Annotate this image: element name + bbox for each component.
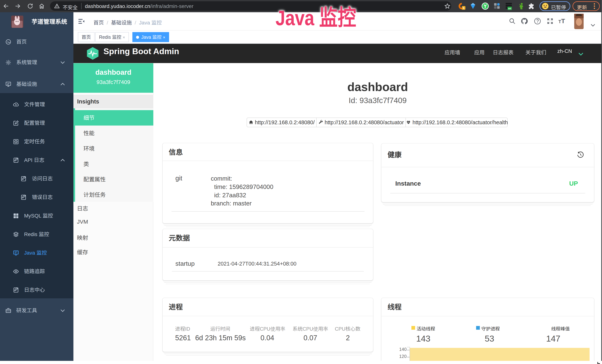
svg-text:1: 1 <box>463 7 464 10</box>
svg-text:on: on <box>508 7 511 10</box>
